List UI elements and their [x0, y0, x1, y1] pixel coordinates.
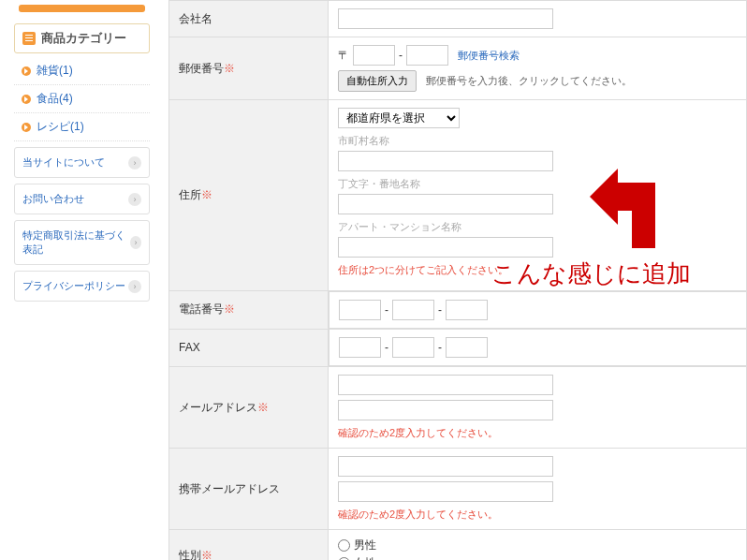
postal-prefix: 〒 — [338, 48, 349, 64]
gender-female[interactable]: 女性 — [338, 555, 737, 560]
fax-1-input[interactable] — [339, 337, 381, 358]
chevron-right-icon: › — [128, 280, 141, 293]
prefecture-select[interactable]: 都道府県を選択 — [338, 108, 460, 128]
bullet-icon — [22, 95, 31, 104]
side-btn-label: 当サイトについて — [22, 155, 105, 169]
sidebar-cat-item[interactable]: 食品(4) — [14, 85, 150, 113]
tel-1-input[interactable] — [339, 300, 381, 320]
mobile-email-label: 携帯メールアドレス — [169, 449, 329, 530]
auto-address-button[interactable]: 自動住所入力 — [338, 70, 417, 92]
address-note: 住所は2つに分けてご記入ください。 — [338, 263, 737, 277]
postal-label: 郵便番号※ — [169, 37, 329, 100]
sidebar-cat-item[interactable]: レシピ(1) — [14, 113, 150, 141]
address-label: 住所※ — [169, 100, 329, 291]
city-caption: 市町村名称 — [338, 134, 737, 148]
mobile-email-1-input[interactable] — [338, 456, 553, 477]
side-btn-label: プライバシーポリシー — [22, 279, 125, 293]
category-header: 商品カテゴリー — [14, 23, 150, 53]
mobile-email-note: 確認のため2度入力してください。 — [338, 508, 737, 522]
fax-label: FAX — [169, 329, 329, 367]
postal-1-input[interactable] — [353, 45, 395, 66]
privacy-link[interactable]: プライバシーポリシー › — [14, 271, 150, 302]
bullet-icon — [22, 123, 31, 132]
email-2-input[interactable] — [338, 400, 553, 420]
legal-link[interactable]: 特定商取引法に基づく表記 › — [14, 220, 150, 265]
postal-hint: 郵便番号を入力後、クリックしてください。 — [426, 74, 632, 88]
chevron-right-icon: › — [128, 156, 141, 169]
orange-accent — [19, 5, 145, 12]
email-label: メールアドレス※ — [169, 367, 329, 449]
city-input[interactable] — [338, 151, 553, 171]
gender-label: 性別※ — [169, 530, 329, 561]
postal-dash: - — [399, 49, 403, 62]
cat-link[interactable]: レシピ(1) — [37, 119, 84, 135]
side-btn-label: お問い合わせ — [22, 192, 84, 206]
mobile-email-2-input[interactable] — [338, 481, 553, 502]
category-header-label: 商品カテゴリー — [41, 30, 126, 47]
postal-2-input[interactable] — [406, 45, 448, 66]
chevron-right-icon: › — [130, 236, 141, 249]
gender-male[interactable]: 男性 — [338, 538, 737, 553]
about-link[interactable]: 当サイトについて › — [14, 147, 150, 178]
list-icon — [22, 32, 36, 45]
building-input[interactable] — [338, 237, 553, 258]
company-input[interactable] — [338, 8, 553, 29]
contact-link[interactable]: お問い合わせ › — [14, 184, 150, 214]
cat-link[interactable]: 雑貨(1) — [37, 63, 73, 79]
street-caption: 丁文字・番地名称 — [338, 177, 737, 191]
registration-form-table: 会社名 郵便番号※ 〒 - 郵便番号検索 自動住所入力 郵便番号を入力後、クリッ… — [168, 0, 747, 560]
side-btn-label: 特定商取引法に基づく表記 — [22, 228, 130, 257]
tel-3-input[interactable] — [446, 300, 488, 320]
building-caption: アパート・マンション名称 — [338, 220, 737, 234]
street-input[interactable] — [338, 194, 553, 214]
tel-2-input[interactable] — [392, 300, 434, 320]
email-note: 確認のため2度入力してください。 — [338, 426, 737, 440]
chevron-right-icon: › — [128, 193, 141, 206]
bullet-icon — [22, 66, 31, 76]
fax-3-input[interactable] — [446, 337, 488, 358]
fax-2-input[interactable] — [392, 337, 434, 358]
company-label: 会社名 — [169, 1, 329, 37]
postal-search-link[interactable]: 郵便番号検索 — [458, 49, 520, 63]
email-1-input[interactable] — [338, 375, 553, 395]
sidebar-cat-item[interactable]: 雑貨(1) — [14, 57, 150, 85]
tel-label: 電話番号※ — [169, 291, 329, 330]
cat-link[interactable]: 食品(4) — [37, 91, 73, 107]
